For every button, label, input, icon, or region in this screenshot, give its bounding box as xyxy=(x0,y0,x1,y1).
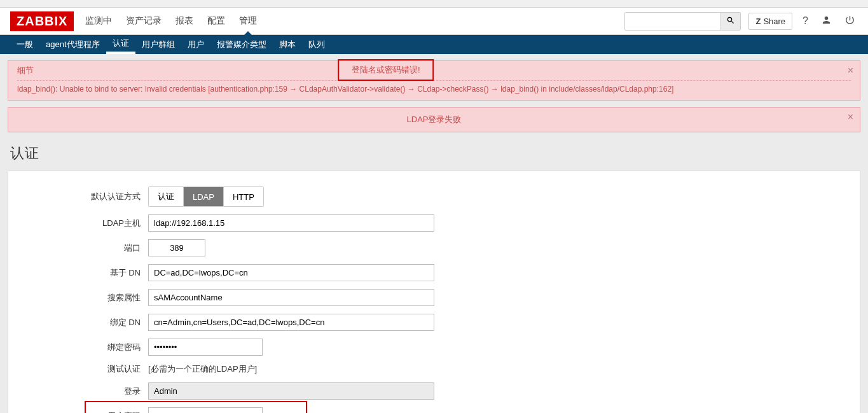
label-ldap-host: LDAP主机 xyxy=(8,218,148,229)
topbar-right: Z Share ? xyxy=(624,12,858,31)
label-base-dn: 基于 DN xyxy=(8,267,148,279)
label-user-pw: 用户密码 xyxy=(8,410,148,414)
label-port: 端口 xyxy=(8,242,148,254)
ldap-host-input[interactable] xyxy=(148,214,434,232)
subnav-auth[interactable]: 认证 xyxy=(106,35,135,54)
topnav-reports[interactable]: 报表 xyxy=(176,8,193,34)
error-title: 登陆名或密码错误! xyxy=(352,65,420,74)
share-button[interactable]: Z Share xyxy=(748,13,792,30)
subnav-mediatypes[interactable]: 报警媒介类型 xyxy=(210,35,273,54)
logout-button[interactable] xyxy=(842,12,858,31)
search-attr-input[interactable] xyxy=(148,289,434,306)
subnav-agent[interactable]: agent代理程序 xyxy=(39,35,106,54)
user-pw-input[interactable] xyxy=(148,407,263,413)
auth-form: 默认认证方式 认证 LDAP HTTP LDAP主机 端口 基于 DN 搜索属性 xyxy=(8,171,860,413)
auth-option-internal[interactable]: 认证 xyxy=(149,187,183,206)
subnav-queue[interactable]: 队列 xyxy=(302,35,331,54)
subnav-usergroups[interactable]: 用户群组 xyxy=(135,35,181,54)
user-button[interactable] xyxy=(818,12,834,31)
detail-header: 细节 xyxy=(17,66,34,75)
topnav-config[interactable]: 配置 xyxy=(207,8,225,34)
label-login: 登录 xyxy=(8,386,148,397)
error-detail-line: ldap_bind(): Unable to bind to server: I… xyxy=(17,85,851,94)
topnav-admin[interactable]: 管理 xyxy=(239,8,257,34)
page-title: 认证 xyxy=(10,144,858,163)
base-dn-input[interactable] xyxy=(148,264,434,281)
label-bind-dn: 绑定 DN xyxy=(8,317,148,328)
help-button[interactable]: ? xyxy=(800,13,811,29)
label-search-attr: 搜索属性 xyxy=(8,292,148,304)
power-icon xyxy=(844,15,855,25)
help-icon: ? xyxy=(803,15,808,26)
topbar: ZABBIX 监测中 资产记录 报表 配置 管理 Z Share ? xyxy=(0,8,868,35)
label-bind-pw: 绑定密码 xyxy=(8,342,148,353)
error-box-2: × LDAP登录失败 xyxy=(8,107,860,132)
form-panel: 默认认证方式 认证 LDAP HTTP LDAP主机 端口 基于 DN 搜索属性 xyxy=(8,171,860,413)
close-icon[interactable]: × xyxy=(848,111,853,123)
user-icon xyxy=(821,15,832,25)
search-input[interactable] xyxy=(625,13,720,29)
browser-chrome xyxy=(0,0,868,8)
subnav-scripts[interactable]: 脚本 xyxy=(273,35,302,54)
subnav: 一般 agent代理程序 认证 用户群组 用户 报警媒介类型 脚本 队列 xyxy=(0,35,868,54)
label-default-auth: 默认认证方式 xyxy=(8,191,148,202)
login-input xyxy=(148,382,434,400)
share-label: Share xyxy=(763,17,785,26)
auth-option-http[interactable]: HTTP xyxy=(223,187,263,206)
bind-pw-input[interactable] xyxy=(148,339,263,356)
zabbix-z-icon: Z xyxy=(755,17,761,26)
subnav-users[interactable]: 用户 xyxy=(181,35,210,54)
auth-option-ldap[interactable]: LDAP xyxy=(183,187,223,206)
auth-type-toggle: 认证 LDAP HTTP xyxy=(148,186,264,207)
port-input[interactable] xyxy=(148,239,205,256)
label-test-auth: 测试认证 xyxy=(8,363,148,375)
search-button[interactable] xyxy=(720,13,740,30)
error-title-highlight: 登陆名或密码错误! xyxy=(338,59,434,81)
bind-dn-input[interactable] xyxy=(148,314,434,331)
subnav-general[interactable]: 一般 xyxy=(10,35,39,54)
search-box xyxy=(624,12,741,31)
search-icon xyxy=(726,16,735,25)
logo: ZABBIX xyxy=(10,11,74,31)
error-box-1: × 细节 登陆名或密码错误! ldap_bind(): Unable to bi… xyxy=(8,60,860,101)
test-auth-note: [必需为一个正确的LDAP用户] xyxy=(148,364,257,374)
topnav-inventory[interactable]: 资产记录 xyxy=(126,8,162,34)
topnav: 监测中 资产记录 报表 配置 管理 xyxy=(85,8,257,34)
topnav-monitoring[interactable]: 监测中 xyxy=(85,8,112,34)
error2-text: LDAP登录失败 xyxy=(407,115,462,124)
